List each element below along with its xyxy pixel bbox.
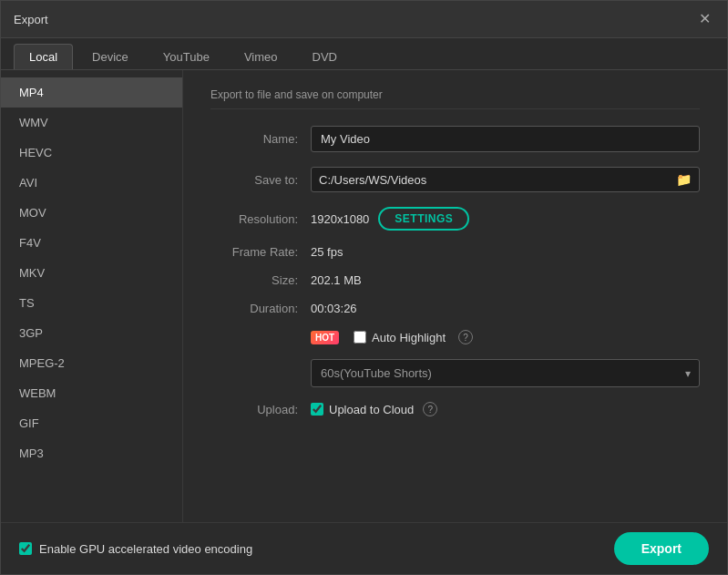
name-label: Name: [210,132,311,146]
upload-label: Upload: [210,403,311,416]
frame-rate-value: 25 fps [311,245,343,259]
hot-badge: HOT [311,331,339,344]
sidebar-item-mp4[interactable]: MP4 [1,77,182,108]
upload-cloud-checkbox-label[interactable]: Upload to Cloud [311,403,414,416]
sidebar-item-mp3[interactable]: MP3 [1,438,182,468]
resolution-row: Resolution: 1920x1080 SETTINGS [210,207,700,231]
sidebar-item-mov[interactable]: MOV [1,198,182,228]
highlight-duration-select[interactable]: 60s(YouTube Shorts) 30s 15s [311,359,700,387]
folder-icon[interactable]: 📁 [676,172,692,187]
gpu-checkbox-label[interactable]: Enable GPU accelerated video encoding [19,542,252,556]
sidebar-item-gif[interactable]: GIF [1,408,182,438]
save-to-control: C:/Users/WS/Videos 📁 [311,167,700,192]
section-title: Export to file and save on computer [210,88,700,109]
export-button[interactable]: Export [614,532,709,565]
auto-highlight-row: HOT Auto Highlight ? [210,330,700,344]
frame-rate-control: 25 fps [311,245,700,259]
settings-button[interactable]: SETTINGS [378,207,469,231]
frame-rate-row: Frame Rate: 25 fps [210,245,700,259]
sidebar-item-3gp[interactable]: 3GP [1,318,182,348]
size-row: Size: 202.1 MB [210,273,700,287]
frame-rate-label: Frame Rate: [210,245,311,259]
upload-cloud-checkbox[interactable] [311,403,323,416]
close-button[interactable]: ✕ [695,10,714,28]
sidebar-item-hevc[interactable]: HEVC [1,138,182,168]
tab-dvd[interactable]: DVD [297,44,353,69]
resolution-value: 1920x1080 [311,212,369,226]
sidebar-item-mkv[interactable]: MKV [1,258,182,288]
duration-value: 00:03:26 [311,302,357,315]
sidebar-item-wmv[interactable]: WMV [1,108,182,138]
resolution-label: Resolution: [210,212,311,226]
sidebar-item-mpeg2[interactable]: MPEG-2 [1,348,182,378]
content-area: MP4 WMV HEVC AVI MOV F4V MKV TS 3GP MPEG… [1,70,727,522]
gpu-checkbox[interactable] [19,542,32,555]
name-control [311,126,700,152]
auto-highlight-control: HOT Auto Highlight ? [311,330,700,344]
highlight-duration-dropdown-wrap: 60s(YouTube Shorts) 30s 15s ▾ [311,359,700,387]
upload-control: Upload to Cloud ? [311,402,700,416]
window-title: Export [14,13,48,26]
duration-control: 00:03:26 [311,302,700,315]
upload-to-cloud-label: Upload to Cloud [329,403,414,416]
save-to-path: C:/Users/WS/Videos [319,173,671,187]
resolution-control: 1920x1080 SETTINGS [311,207,700,231]
tab-youtube[interactable]: YouTube [148,44,225,69]
main-panel: Export to file and save on computer Name… [183,70,727,522]
title-bar: Export ✕ [1,1,727,38]
duration-row: Duration: 00:03:26 [210,302,700,315]
name-row: Name: [210,126,700,152]
save-to-label: Save to: [210,173,311,187]
save-to-row: Save to: C:/Users/WS/Videos 📁 [210,167,700,192]
tab-bar: Local Device YouTube Vimeo DVD [1,38,727,70]
duration-label: Duration: [210,302,311,315]
sidebar-item-ts[interactable]: TS [1,288,182,318]
upload-help-icon[interactable]: ? [423,402,437,416]
size-value: 202.1 MB [311,273,362,287]
upload-row: Upload: Upload to Cloud ? [210,402,700,416]
upload-inner: Upload to Cloud ? [311,402,437,416]
auto-highlight-label: Auto Highlight [372,331,446,344]
tab-device[interactable]: Device [77,44,144,69]
tab-local[interactable]: Local [14,44,73,69]
highlight-duration-row: 60s(YouTube Shorts) 30s 15s ▾ [210,359,700,387]
format-sidebar: MP4 WMV HEVC AVI MOV F4V MKV TS 3GP MPEG… [1,70,183,522]
sidebar-item-avi[interactable]: AVI [1,168,182,198]
tab-vimeo[interactable]: Vimeo [229,44,293,69]
bottom-bar: Enable GPU accelerated video encoding Ex… [1,522,727,574]
size-label: Size: [210,273,311,287]
highlight-duration-control: 60s(YouTube Shorts) 30s 15s ▾ [311,359,700,387]
gpu-label-text: Enable GPU accelerated video encoding [39,542,252,556]
save-to-wrapper[interactable]: C:/Users/WS/Videos 📁 [311,167,700,192]
sidebar-item-f4v[interactable]: F4V [1,228,182,258]
auto-highlight-help-icon[interactable]: ? [458,330,473,344]
export-window: Export ✕ Local Device YouTube Vimeo DVD … [0,0,728,575]
auto-highlight-checkbox[interactable] [354,331,366,344]
auto-highlight-checkbox-label[interactable]: Auto Highlight [354,331,446,344]
size-control: 202.1 MB [311,273,700,287]
sidebar-item-webm[interactable]: WEBM [1,378,182,408]
name-input[interactable] [311,126,700,152]
